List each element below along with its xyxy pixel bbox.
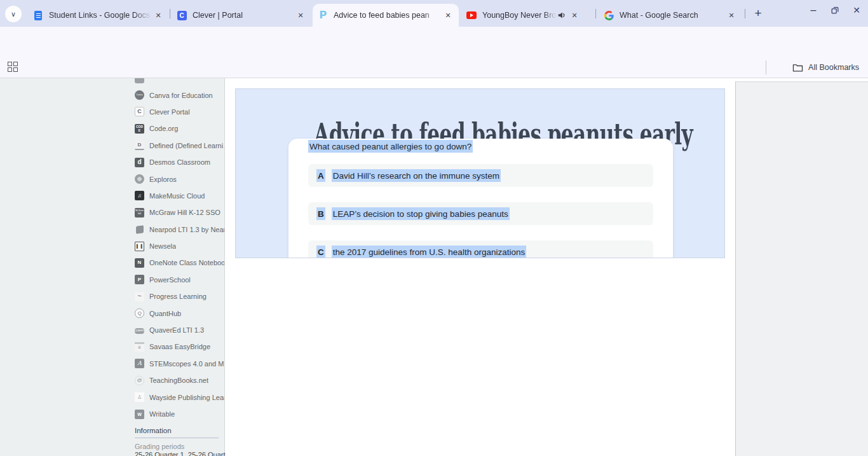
sidebar-item[interactable]: CODE Code.org [135, 120, 225, 137]
sidebar-item[interactable]: ~ Progress Learning [135, 288, 225, 305]
clever-portal-icon: C [135, 107, 144, 116]
sidebar-item-label: QuantHub [149, 310, 181, 317]
section-divider [135, 438, 219, 438]
tab-search-button[interactable]: ∨ [5, 6, 22, 22]
external-tools-list: Canva Canva for Education C Clever Porta… [135, 78, 225, 422]
question-card: What caused peanut allergies to go down?… [288, 139, 673, 258]
onenote-icon: N [135, 258, 144, 268]
tab-youtube[interactable]: YoungBoy Never Broke ✕ [461, 4, 594, 27]
sidebar-item[interactable]: N OneNote Class Notebook [135, 254, 225, 271]
sidebar-item[interactable]: A STEMscopes 4.0 and M… [135, 356, 225, 372]
new-tab-button[interactable]: + [750, 5, 766, 22]
tab-title: Student Links - Google Docs [49, 11, 153, 20]
stemscopes-icon: A [135, 359, 144, 368]
sidebar-item-label: Canva for Education [149, 92, 213, 99]
sidebar-item-label: STEMscopes 4.0 and M… [149, 360, 224, 368]
sidebar-item[interactable]: P PowerSchool [135, 272, 225, 288]
tab-divider [745, 9, 745, 18]
sidebar-item[interactable]: d Desmos Classroom [135, 154, 225, 170]
sidebar-item[interactable]: C Clever Portal [135, 104, 225, 120]
tab-student-links[interactable]: Student Links - Google Docs ✕ [28, 4, 169, 27]
close-icon[interactable]: ✕ [153, 10, 164, 21]
google-icon [604, 10, 614, 20]
desmos-icon: d [135, 158, 144, 167]
tab-title: Advice to feed babies pean [334, 11, 442, 20]
sidebar-item-label: Desmos Classroom [149, 158, 210, 166]
nearpod-icon [136, 225, 144, 234]
option-letter: A [316, 171, 325, 181]
quavered-icon: QUAVER [135, 328, 144, 334]
google-docs-icon [33, 10, 43, 20]
defined-learning-icon: D [135, 141, 144, 150]
sidebar-item[interactable]: ♙ Wayside Publishing Lear… [135, 389, 225, 405]
mcgraw-hill-icon: McGrawHill [135, 208, 144, 218]
close-icon[interactable]: ✕ [726, 10, 737, 21]
sidebar-item[interactable]: Q QuantHub [135, 305, 225, 321]
sidebar-item-label: MakeMusic Cloud [149, 192, 205, 200]
tab-clever-portal[interactable]: C Clever | Portal ✕ [172, 4, 311, 27]
tab-strip: ∨ Student Links - Google Docs ✕ C Clever… [0, 0, 868, 27]
sidebar-item[interactable]: Canva Canva for Education [135, 86, 225, 103]
tab-advice-peanuts-active[interactable]: P Advice to feed babies pean ✕ [313, 4, 459, 27]
sidebar-item[interactable]: Exploros [135, 170, 225, 187]
savaas-icon: ≡ [135, 342, 144, 352]
canva-icon: Canva [135, 90, 144, 100]
information-section: Information Grading periods 25-26 Quarte… [135, 427, 220, 456]
highlighted-text: What caused peanut allergies to go down? [308, 140, 473, 153]
sidebar-item[interactable]: ♫ MakeMusic Cloud [135, 188, 225, 204]
close-icon[interactable]: ✕ [442, 10, 454, 21]
all-bookmarks-button[interactable]: All Bookmarks [792, 60, 859, 75]
exploros-icon [135, 174, 144, 184]
grading-periods-value: 25-26 Quarter 1, 25-26 Quarter [135, 451, 220, 456]
all-bookmarks-label: All Bookmarks [808, 63, 859, 72]
sidebar-item[interactable]: @ TeachingBooks.net [135, 372, 225, 389]
sidebar-item[interactable]: McGrawHill McGraw Hill K-12 SSO [135, 204, 225, 221]
option-text: LEAP’s decision to stop giving babies pe… [332, 209, 510, 219]
close-window-button[interactable]: ✕ [849, 3, 864, 18]
quanthub-icon: Q [135, 308, 144, 318]
main-area: Advice to feed babies peanuts early What… [226, 78, 868, 456]
sidebar-item[interactable]: D Defined (Defined Learni… [135, 137, 225, 154]
page-content: Canva Canva for Education C Clever Porta… [0, 78, 868, 456]
tab-divider [595, 9, 596, 18]
grading-periods-label: Grading periods [135, 443, 220, 450]
sidebar-item[interactable]: Nearpod LTI 1.3 by Near… [135, 221, 225, 238]
tab-google-search[interactable]: What - Google Search ✕ [599, 4, 742, 27]
sidebar-item[interactable]: QUAVER QuaverEd LTI 1.3 [135, 322, 225, 338]
option-text: the 2017 guidelines from U.S. health org… [332, 247, 526, 257]
tab-title: What - Google Search [620, 11, 726, 20]
minimize-button[interactable]: – [806, 3, 821, 18]
sidebar-item-label: McGraw Hill K-12 SSO [149, 209, 220, 216]
restore-button[interactable] [827, 3, 843, 18]
apps-grid-icon[interactable] [8, 62, 18, 73]
sidebar-item-label: Writable [149, 410, 175, 418]
answer-option-row[interactable]: A David Hill’s research on the immune sy… [308, 164, 653, 187]
sidebar-item-label: Defined (Defined Learni… [149, 142, 224, 149]
close-icon[interactable]: ✕ [295, 10, 306, 21]
bookmarks-divider [766, 60, 766, 74]
answer-option-row[interactable]: C the 2017 guidelines from U.S. health o… [308, 240, 653, 258]
window-controls: – ✕ [806, 3, 864, 18]
powerschool-icon: P [135, 275, 144, 284]
sidebar-item-label: TeachingBooks.net [149, 377, 208, 384]
sidebar-item[interactable]: ≡ Savaas EasyBridge [135, 338, 225, 355]
clever-icon: C [177, 10, 187, 20]
option-letter: B [316, 209, 325, 219]
sidebar-item-label: Savaas EasyBridge [149, 343, 210, 350]
folder-icon [792, 63, 803, 73]
wayside-icon: ♙ [135, 392, 144, 402]
sidebar-item-label: QuaverEd LTI 1.3 [149, 326, 204, 334]
close-icon[interactable]: ✕ [569, 10, 580, 21]
sidebar-item-label: OneNote Class Notebook [149, 259, 224, 266]
sidebar-item-label: PowerSchool [149, 276, 191, 284]
sidebar-item[interactable]: ▌▐ Newsela [135, 238, 225, 254]
sidebar-item[interactable]: W Writable [135, 406, 225, 422]
tab-title: Clever | Portal [193, 11, 295, 20]
audio-speaker-icon[interactable] [557, 11, 566, 20]
chevron-down-icon: ∨ [11, 10, 16, 18]
sidebar-item[interactable] [135, 78, 225, 86]
sidebar-item-label: Progress Learning [149, 293, 207, 300]
progress-learning-icon: ~ [135, 292, 144, 301]
option-text: David Hill’s research on the immune syst… [332, 171, 501, 181]
answer-option-row[interactable]: B LEAP’s decision to stop giving babies … [308, 202, 653, 225]
